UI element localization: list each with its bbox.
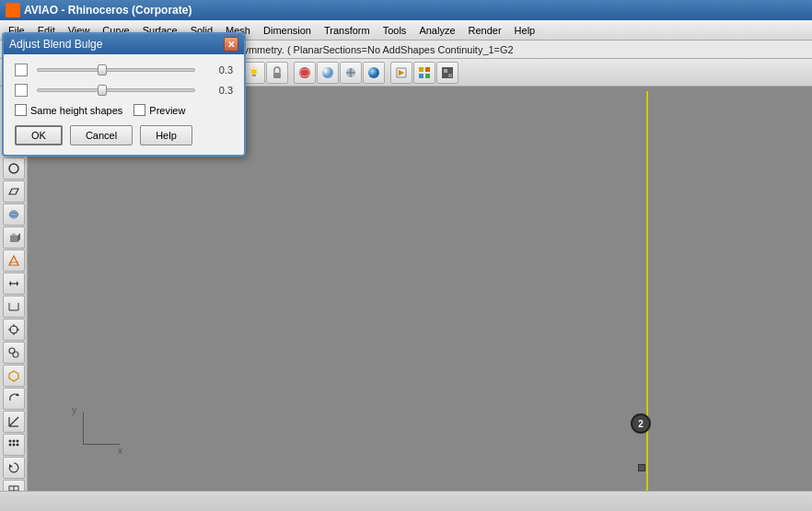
toolbar-btn-settings2[interactable]	[340, 62, 362, 84]
lt-btn-analysis[interactable]	[3, 342, 25, 364]
toolbar-btn-lock[interactable]	[266, 62, 288, 84]
toolbar-btn-render1[interactable]	[390, 62, 412, 84]
svg-point-26	[251, 69, 257, 75]
svg-rect-43	[425, 74, 430, 78]
dialog-close-button[interactable]: ✕	[224, 37, 238, 52]
svg-point-79	[8, 444, 11, 447]
dialog-title-text: Adjust Blend Bulge	[9, 38, 102, 51]
same-height-checkbox[interactable]	[15, 104, 27, 116]
svg-marker-39	[399, 70, 404, 75]
lt-btn-move[interactable]	[3, 365, 25, 387]
title-bar: AVIAO - Rhinoceros (Corporate)	[0, 0, 812, 20]
svg-rect-40	[419, 67, 423, 72]
svg-point-77	[12, 440, 15, 443]
node-2: 2	[631, 413, 651, 434]
adjust-blend-dialog: Adjust Blend Bulge ✕ 0.3 0.3 Same height…	[2, 32, 246, 157]
lt-btn-surface[interactable]	[3, 180, 25, 203]
lt-btn-dims[interactable]	[3, 296, 25, 318]
svg-line-73	[9, 417, 18, 426]
toolbar-btn-light[interactable]	[243, 62, 265, 84]
slider2-checkbox[interactable]	[15, 84, 28, 97]
slider2-thumb[interactable]	[98, 85, 107, 96]
slider-row-1: 0.3	[15, 64, 233, 76]
svg-marker-57	[9, 256, 18, 265]
svg-rect-42	[419, 74, 423, 78]
menu-render[interactable]: Render	[462, 23, 508, 38]
lt-btn-transform[interactable]	[3, 273, 25, 295]
svg-marker-82	[9, 464, 13, 468]
svg-rect-27	[252, 75, 256, 76]
toolbar-btn-material1[interactable]	[294, 62, 316, 84]
node-2-label: 2	[638, 419, 644, 429]
help-button[interactable]: Help	[140, 125, 192, 145]
svg-point-52	[9, 210, 18, 219]
lt-btn-snap[interactable]	[3, 319, 25, 341]
slider-row-2: 0.3	[15, 84, 233, 97]
svg-point-33	[322, 67, 333, 78]
slider2-value[interactable]: 0.3	[201, 85, 233, 96]
lt-btn-layout[interactable]	[3, 480, 25, 491]
same-height-checkbox-label[interactable]: Same height shapes	[15, 104, 122, 116]
lt-btn-sphere[interactable]	[3, 203, 25, 226]
dialog-title-bar: Adjust Blend Bulge ✕	[4, 34, 244, 54]
svg-point-81	[16, 444, 18, 447]
svg-point-65	[10, 326, 17, 333]
svg-rect-41	[425, 67, 430, 72]
svg-point-37	[368, 67, 379, 78]
lt-btn-solid[interactable]	[3, 226, 25, 249]
menu-tools[interactable]: Tools	[377, 23, 413, 38]
menu-transform[interactable]: Transform	[318, 23, 377, 38]
menu-dimension[interactable]: Dimension	[257, 23, 318, 38]
lt-btn-history[interactable]	[3, 457, 25, 479]
slider1-value[interactable]: 0.3	[201, 64, 233, 75]
svg-marker-55	[10, 233, 17, 236]
app-icon	[6, 3, 20, 17]
svg-point-51	[9, 164, 18, 173]
svg-rect-31	[273, 73, 281, 78]
lt-btn-mesh[interactable]	[3, 250, 25, 272]
slider1-thumb[interactable]	[98, 64, 107, 75]
slider1-track[interactable]	[37, 68, 195, 72]
same-height-label: Same height shapes	[30, 105, 122, 116]
svg-line-29	[257, 68, 258, 69]
svg-point-76	[8, 440, 11, 443]
dialog-buttons: OK Cancel Help	[15, 125, 233, 145]
title-text: AVIAO - Rhinoceros (Corporate)	[24, 4, 191, 17]
svg-marker-61	[9, 281, 11, 286]
toolbar-btn-material2[interactable]	[317, 62, 339, 84]
slider2-track[interactable]	[37, 88, 195, 92]
menu-help[interactable]: Help	[508, 23, 542, 38]
svg-marker-56	[17, 233, 20, 242]
menu-analyze[interactable]: Analyze	[412, 23, 461, 38]
svg-point-78	[16, 440, 18, 443]
cancel-button[interactable]: Cancel	[70, 125, 133, 145]
handle-square[interactable]	[638, 464, 645, 471]
checkbox-row: Same height shapes Preview	[15, 104, 233, 116]
lt-btn-rotate[interactable]	[3, 388, 25, 410]
lt-btn-circle[interactable]	[3, 157, 25, 180]
toolbar-btn-render2[interactable]	[413, 62, 435, 84]
dialog-content: 0.3 0.3 Same height shapes Preview OK Ca…	[4, 54, 244, 155]
svg-point-71	[13, 352, 18, 357]
svg-point-80	[12, 444, 15, 447]
svg-marker-60	[17, 281, 18, 286]
toolbar-btn-sphere[interactable]	[363, 62, 385, 84]
preview-label: Preview	[149, 105, 185, 116]
axis-x-label: x	[118, 446, 122, 456]
toolbar-btn-render3[interactable]	[436, 62, 458, 84]
lt-btn-array[interactable]	[3, 434, 25, 456]
status-bar-bottom	[0, 491, 812, 511]
slider1-checkbox[interactable]	[15, 64, 28, 76]
axis-y-label: y	[72, 405, 76, 415]
svg-rect-45	[444, 69, 447, 73]
ok-button[interactable]: OK	[15, 125, 63, 145]
svg-line-30	[249, 69, 250, 70]
svg-rect-46	[448, 74, 452, 77]
preview-checkbox-label[interactable]: Preview	[133, 104, 185, 116]
preview-checkbox[interactable]	[133, 104, 145, 116]
svg-rect-54	[10, 236, 17, 242]
lt-btn-scale[interactable]	[3, 411, 25, 433]
